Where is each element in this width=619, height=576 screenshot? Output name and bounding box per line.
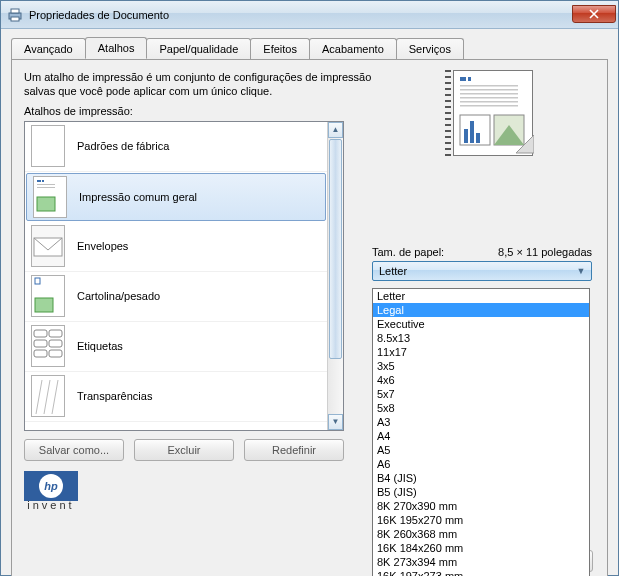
printer-icon: [7, 7, 23, 23]
svg-rect-14: [49, 340, 62, 347]
paper-size-combobox[interactable]: Letter ▼: [372, 261, 592, 281]
shortcut-label: Cartolina/pesado: [77, 290, 160, 302]
preview-page: [453, 70, 533, 156]
save-as-button[interactable]: Salvar como...: [24, 439, 124, 461]
paper-option[interactable]: 5x7: [373, 387, 589, 401]
tab-avancado[interactable]: Avançado: [11, 38, 86, 60]
svg-rect-3: [37, 180, 41, 182]
page-icon: [31, 125, 65, 167]
paper-option[interactable]: Letter: [373, 289, 589, 303]
delete-button[interactable]: Excluir: [134, 439, 234, 461]
scroll-thumb[interactable]: [329, 139, 342, 359]
svg-rect-30: [464, 129, 468, 143]
svg-rect-9: [35, 278, 40, 284]
paper-option[interactable]: B4 (JIS): [373, 471, 589, 485]
window-title: Propriedades de Documento: [29, 9, 572, 21]
page-with-photo-icon: [33, 176, 67, 218]
paper-option[interactable]: Legal: [373, 303, 589, 317]
cardstock-icon: [31, 275, 65, 317]
shortcuts-list[interactable]: Padrões de fábrica Impressão comum geral: [24, 121, 344, 431]
reset-button[interactable]: Redefinir: [244, 439, 344, 461]
tab-atalhos[interactable]: Atalhos: [85, 37, 148, 59]
scroll-up-button[interactable]: ▲: [328, 122, 343, 138]
svg-rect-13: [34, 340, 47, 347]
shortcut-item-labels[interactable]: Etiquetas: [25, 322, 327, 372]
paper-option[interactable]: 16K 184x260 mm: [373, 541, 589, 555]
paper-option[interactable]: 8.5x13: [373, 331, 589, 345]
svg-rect-5: [37, 184, 55, 185]
paper-option[interactable]: 8K 273x394 mm: [373, 555, 589, 569]
paper-option[interactable]: A4: [373, 429, 589, 443]
svg-rect-31: [470, 121, 474, 143]
tab-servicos[interactable]: Serviços: [396, 38, 464, 60]
paper-option[interactable]: 4x6: [373, 373, 589, 387]
paper-size-label: Tam. de papel:: [372, 246, 444, 258]
svg-rect-22: [468, 77, 471, 81]
transparency-icon: [31, 375, 65, 417]
svg-rect-26: [460, 97, 518, 99]
svg-text:invent: invent: [27, 499, 74, 511]
right-column: Tam. de papel: 8,5 × 11 polegadas Letter…: [372, 70, 592, 281]
svg-rect-24: [460, 89, 518, 91]
chevron-down-icon: ▼: [573, 266, 589, 276]
shortcut-label: Impressão comum geral: [79, 191, 197, 203]
paper-option[interactable]: 16K 195x270 mm: [373, 513, 589, 527]
paper-size-dropdown[interactable]: LetterLegalExecutive8.5x1311x173x54x65x7…: [372, 288, 590, 576]
svg-rect-15: [34, 350, 47, 357]
svg-rect-7: [37, 197, 55, 211]
svg-rect-6: [37, 187, 55, 188]
page-preview: [431, 70, 533, 160]
scrollbar[interactable]: ▲ ▼: [327, 122, 343, 430]
paper-option[interactable]: 5x8: [373, 401, 589, 415]
paper-option[interactable]: A5: [373, 443, 589, 457]
hp-logo: hp invent: [24, 471, 78, 511]
svg-rect-10: [35, 298, 53, 312]
paper-option[interactable]: 11x17: [373, 345, 589, 359]
svg-text:hp: hp: [44, 480, 58, 492]
svg-rect-1: [11, 9, 19, 13]
tab-papel-qualidade[interactable]: Papel/qualidade: [146, 38, 251, 60]
spiral-binding-icon: [445, 70, 451, 156]
close-button[interactable]: [572, 5, 616, 23]
svg-rect-4: [42, 180, 44, 182]
svg-rect-32: [476, 133, 480, 143]
scroll-down-button[interactable]: ▼: [328, 414, 343, 430]
tab-panel: Um atalho de impressão é um conjunto de …: [11, 59, 608, 576]
shortcut-label: Transparências: [77, 390, 152, 402]
svg-rect-2: [11, 17, 19, 21]
paper-size-value: Letter: [379, 265, 407, 277]
shortcut-item-general[interactable]: Impressão comum geral: [26, 173, 326, 221]
paper-option[interactable]: B5 (JIS): [373, 485, 589, 499]
shortcut-label: Etiquetas: [77, 340, 123, 352]
svg-rect-8: [34, 238, 62, 256]
dialog-window: Propriedades de Documento Avançado Atalh…: [0, 0, 619, 576]
tab-efeitos[interactable]: Efeitos: [250, 38, 310, 60]
paper-option[interactable]: Executive: [373, 317, 589, 331]
shortcut-label: Envelopes: [77, 240, 128, 252]
paper-option[interactable]: 16K 197x273 mm: [373, 569, 589, 576]
paper-option[interactable]: 8K 270x390 mm: [373, 499, 589, 513]
svg-rect-23: [460, 85, 518, 87]
paper-option[interactable]: A6: [373, 457, 589, 471]
paper-option[interactable]: 8K 260x368 mm: [373, 527, 589, 541]
tab-acabamento[interactable]: Acabamento: [309, 38, 397, 60]
paper-option[interactable]: A3: [373, 415, 589, 429]
svg-rect-25: [460, 93, 518, 95]
svg-rect-16: [49, 350, 62, 357]
shortcut-label: Padrões de fábrica: [77, 140, 169, 152]
svg-rect-21: [460, 77, 466, 81]
svg-rect-27: [460, 101, 518, 103]
paper-option[interactable]: 3x5: [373, 359, 589, 373]
svg-rect-28: [460, 105, 518, 107]
svg-rect-11: [34, 330, 47, 337]
intro-text: Um atalho de impressão é um conjunto de …: [24, 70, 384, 99]
shortcut-item-envelopes[interactable]: Envelopes: [25, 222, 327, 272]
paper-size-row: Tam. de papel: 8,5 × 11 polegadas: [372, 246, 592, 258]
shortcut-item-transparencies[interactable]: Transparências: [25, 372, 327, 422]
tab-bar: Avançado Atalhos Papel/qualidade Efeitos…: [1, 29, 618, 59]
shortcut-item-cardstock[interactable]: Cartolina/pesado: [25, 272, 327, 322]
shortcut-item-factory[interactable]: Padrões de fábrica: [25, 122, 327, 172]
shortcut-buttons: Salvar como... Excluir Redefinir: [24, 439, 344, 461]
titlebar: Propriedades de Documento: [1, 1, 618, 29]
labels-icon: [31, 325, 65, 367]
